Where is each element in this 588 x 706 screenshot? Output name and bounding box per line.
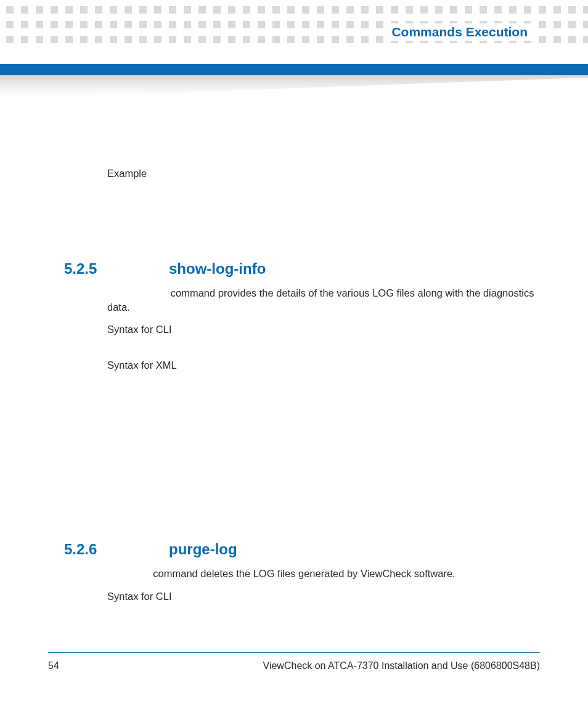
section-title: purge-log — [169, 541, 539, 558]
section-number: 5.2.5 — [64, 260, 113, 277]
header-wedge — [0, 75, 588, 99]
chapter-title: Commands Execution — [386, 23, 533, 41]
section-title: show-log-info — [169, 260, 539, 277]
section-show-log-info: 5.2.5 show-log-info show-log-info comman… — [107, 260, 539, 380]
section-purge-log: 5.2.6 purge-log purge-log command delete… — [107, 541, 539, 612]
syntax-cli-label: Syntax for CLI — [107, 322, 539, 336]
syntax-cli-label: Syntax for CLI — [107, 589, 539, 603]
footer-rule — [48, 652, 540, 653]
page-number: 54 — [48, 660, 59, 671]
page: Commands Execution Example 5.2.5 show-lo… — [0, 0, 588, 706]
section-number: 5.2.6 — [64, 541, 113, 558]
doc-title: ViewCheck on ATCA-7370 Installation and … — [263, 660, 540, 671]
section-description: show-log-info command provides the detai… — [107, 286, 539, 314]
page-footer: 54 ViewCheck on ATCA-7370 Installation a… — [48, 652, 540, 671]
section-description: purge-log command deletes the LOG files … — [107, 567, 539, 580]
syntax-xml-label: Syntax for XML — [107, 358, 539, 372]
content-area: Example 5.2.5 show-log-info show-log-inf… — [107, 166, 539, 612]
header-rule — [0, 64, 588, 75]
example-label: Example — [107, 166, 539, 180]
